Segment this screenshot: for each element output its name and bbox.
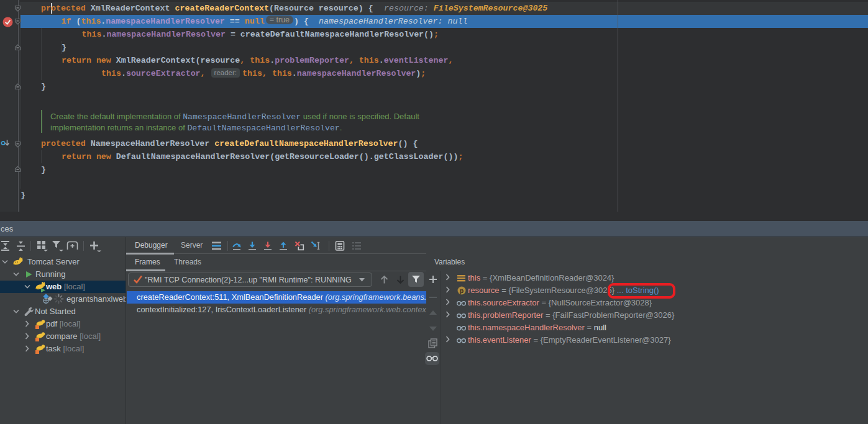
svg-text:p: p xyxy=(460,287,464,294)
